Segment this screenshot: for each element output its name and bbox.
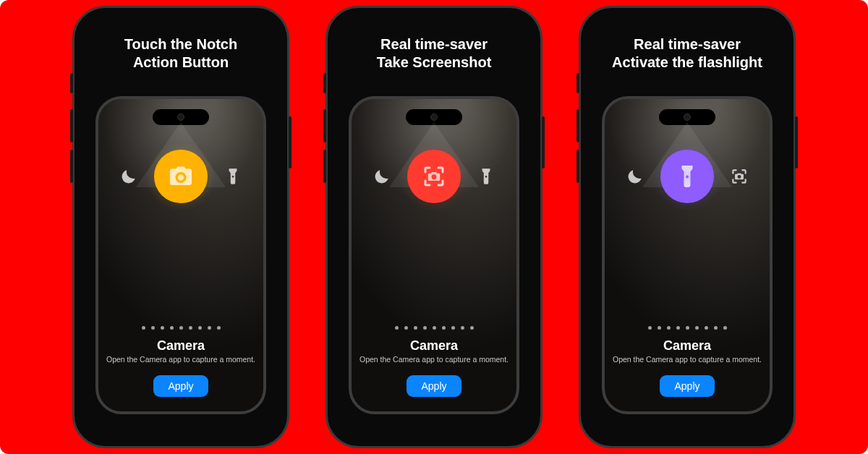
phone-side-button xyxy=(576,109,579,142)
page-dot xyxy=(470,326,474,330)
page-dot xyxy=(714,326,718,330)
phone-side-button xyxy=(70,109,73,142)
phone-side-button xyxy=(349,141,349,155)
app-store-screenshots-row: Touch the Notch Action ButtonCameraOpen … xyxy=(0,0,868,454)
page-dot xyxy=(648,326,652,330)
selected-action-screenshot-icon[interactable] xyxy=(407,150,461,203)
page-dot xyxy=(723,326,727,330)
selected-action-flashlight-icon[interactable] xyxy=(660,150,714,203)
phone-side-button xyxy=(519,167,519,205)
phone-side-button xyxy=(576,73,579,93)
feature-subtitle: Open the Camera app to capture a moment. xyxy=(359,355,509,364)
flashlight-icon[interactable] xyxy=(477,167,495,186)
feature-title: Camera xyxy=(157,338,205,354)
inner-phone-mock: CameraOpen the Camera app to capture a m… xyxy=(602,96,773,414)
inner-phone-mock: CameraOpen the Camera app to capture a m… xyxy=(95,96,266,414)
page-dot xyxy=(414,326,417,330)
phone-side-button xyxy=(95,163,96,186)
moon-icon[interactable] xyxy=(373,167,391,186)
page-dot xyxy=(217,326,221,330)
page-dot xyxy=(451,326,455,330)
phone-side-button xyxy=(602,141,603,155)
page-dot xyxy=(686,326,689,330)
apply-button[interactable]: Apply xyxy=(660,375,714,397)
screenshot-icon[interactable] xyxy=(730,167,749,186)
phone-side-button xyxy=(323,73,326,93)
page-dot xyxy=(658,326,661,330)
phone-side-button xyxy=(602,163,603,186)
phone-side-button xyxy=(349,192,349,215)
page-dot xyxy=(179,326,183,330)
phone-side-button xyxy=(95,192,96,215)
page-dot xyxy=(189,326,192,330)
phone-side-button xyxy=(576,150,579,183)
headline-text: Real time-saver Take Screenshot xyxy=(377,35,492,72)
page-dot xyxy=(461,326,464,330)
phone-side-button xyxy=(289,116,292,168)
page-dot xyxy=(404,326,408,330)
feature-subtitle: Open the Camera app to capture a moment. xyxy=(613,355,762,364)
front-camera-lens-icon xyxy=(430,113,438,121)
phone-side-button xyxy=(323,150,326,183)
page-dot xyxy=(676,326,680,330)
page-dot xyxy=(151,326,155,330)
page-indicator[interactable] xyxy=(142,319,221,330)
inner-phone-mock: CameraOpen the Camera app to capture a m… xyxy=(349,96,519,414)
feature-subtitle: Open the Camera app to capture a moment. xyxy=(106,355,255,364)
moon-icon[interactable] xyxy=(119,167,138,186)
page-dot xyxy=(442,326,446,330)
moon-icon[interactable] xyxy=(626,167,644,186)
phone-side-button xyxy=(95,141,96,155)
page-dot xyxy=(705,326,708,330)
feature-title: Camera xyxy=(663,338,711,354)
phone-side-button xyxy=(70,73,73,93)
page-dot xyxy=(423,326,427,330)
selected-action-camera-icon[interactable] xyxy=(154,150,208,203)
phone-mock-2: Real time-saver Activate the flashlightC… xyxy=(579,6,796,448)
phone-side-button xyxy=(602,192,603,215)
page-dot xyxy=(667,326,671,330)
page-dot xyxy=(198,326,202,330)
phone-mock-1: Real time-saver Take ScreenshotCameraOpe… xyxy=(326,6,542,448)
phone-notch xyxy=(130,8,231,25)
phone-side-button xyxy=(70,150,73,183)
page-dot xyxy=(695,326,699,330)
apply-button[interactable]: Apply xyxy=(153,375,208,397)
page-dot xyxy=(208,326,211,330)
phone-side-button xyxy=(542,116,545,168)
page-indicator[interactable] xyxy=(648,319,727,330)
page-dot xyxy=(395,326,399,330)
flashlight-icon[interactable] xyxy=(224,167,242,186)
phone-side-button xyxy=(772,167,773,205)
phone-notch xyxy=(383,8,485,25)
page-dot xyxy=(170,326,174,330)
phone-mock-0: Touch the Notch Action ButtonCameraOpen … xyxy=(72,6,289,448)
page-dot xyxy=(433,326,436,330)
page-dot xyxy=(142,326,145,330)
phone-side-button xyxy=(323,109,326,142)
headline-text: Touch the Notch Action Button xyxy=(124,35,237,72)
page-indicator[interactable] xyxy=(395,319,474,330)
apply-button[interactable]: Apply xyxy=(407,375,461,397)
phone-side-button xyxy=(349,163,349,186)
phone-notch xyxy=(637,8,738,25)
phone-side-button xyxy=(265,167,266,205)
headline-text: Real time-saver Activate the flashlight xyxy=(612,35,762,72)
front-camera-lens-icon xyxy=(684,113,691,121)
page-dot xyxy=(161,326,164,330)
feature-title: Camera xyxy=(410,338,458,354)
phone-side-button xyxy=(795,116,798,168)
front-camera-lens-icon xyxy=(177,113,184,121)
